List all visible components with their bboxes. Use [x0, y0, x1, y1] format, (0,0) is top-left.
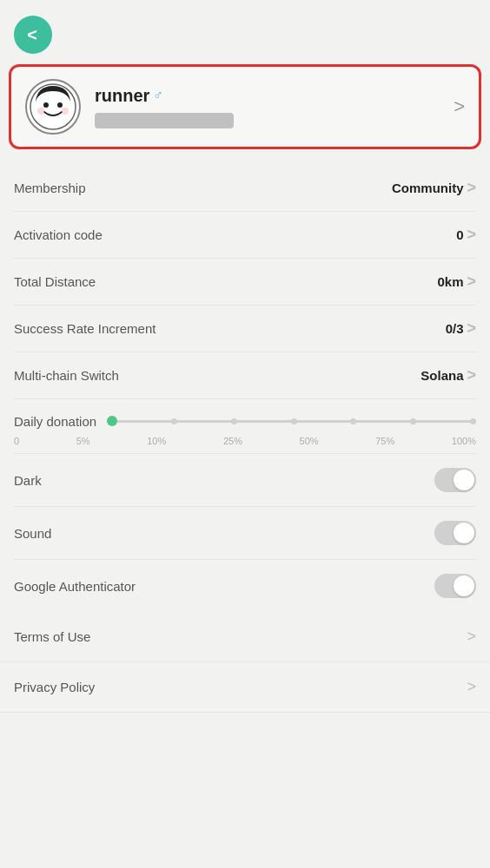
success-rate-value: 0/3 > [446, 319, 476, 338]
sound-toggle-row[interactable]: Sound [14, 507, 476, 560]
total-distance-row[interactable]: Total Distance 0km > [14, 259, 476, 306]
sound-toggle-thumb [454, 523, 474, 543]
tick-5: 75% [375, 436, 394, 446]
svg-point-2 [57, 102, 63, 108]
donation-slider-container[interactable] [107, 413, 476, 429]
slider-dot-5 [410, 418, 416, 424]
dark-toggle-thumb [454, 470, 474, 490]
profile-card[interactable]: runner ♂ > [9, 64, 481, 149]
success-rate-label: Success Rate Increment [14, 321, 156, 336]
sound-toggle[interactable] [434, 521, 476, 545]
privacy-chevron-icon: > [467, 678, 476, 696]
activation-code-row[interactable]: Activation code 0 > [14, 212, 476, 259]
svg-point-4 [62, 108, 69, 115]
dark-label: Dark [14, 473, 42, 488]
terms-row[interactable]: Terms of Use > [0, 612, 490, 662]
activation-code-label: Activation code [14, 227, 103, 242]
membership-value: Community > [392, 179, 476, 197]
profile-name: runner ♂ [95, 86, 447, 106]
dark-toggle-row[interactable]: Dark [14, 454, 476, 507]
google-auth-label: Google Authenticator [14, 579, 136, 594]
slider-dot-0 [107, 416, 117, 426]
success-rate-row[interactable]: Success Rate Increment 0/3 > [14, 306, 476, 352]
links-list: Terms of Use > Privacy Policy > [0, 612, 490, 713]
tick-0: 0 [14, 436, 19, 446]
back-button[interactable]: < [14, 16, 52, 54]
tick-3: 25% [223, 436, 242, 446]
total-distance-chevron-icon: > [467, 273, 476, 291]
profile-info: runner ♂ [95, 86, 447, 128]
tick-1: 5% [76, 436, 90, 446]
activation-code-chevron-icon: > [467, 226, 476, 244]
multichain-row[interactable]: Multi-chain Switch Solana > [14, 352, 476, 399]
multichain-chevron-icon: > [467, 366, 476, 385]
slider-dot-2 [231, 418, 237, 424]
total-distance-value: 0km > [437, 273, 476, 291]
profile-chevron-icon: > [454, 95, 465, 118]
membership-label: Membership [14, 181, 86, 195]
multichain-value: Solana > [420, 366, 476, 385]
daily-donation-label: Daily donation [14, 414, 96, 429]
slider-labels: 0 5% 10% 25% 50% 75% 100% [14, 436, 476, 446]
sound-label: Sound [14, 526, 51, 541]
donation-top: Daily donation [14, 413, 476, 429]
slider-dot-6 [470, 418, 476, 424]
profile-bar [95, 113, 234, 128]
google-auth-toggle[interactable] [434, 574, 476, 598]
privacy-label: Privacy Policy [14, 680, 95, 694]
terms-chevron-icon: > [467, 628, 476, 646]
donation-slider-track [107, 420, 476, 423]
tick-4: 50% [300, 436, 319, 446]
settings-list: Membership Community > Activation code 0… [0, 165, 490, 612]
slider-dot-3 [291, 418, 297, 424]
svg-point-1 [43, 102, 49, 108]
slider-dot-4 [350, 418, 356, 424]
daily-donation-row: Daily donation 0 5% 10% [14, 399, 476, 454]
tick-6: 100% [452, 436, 476, 446]
slider-dot-1 [171, 418, 177, 424]
activation-code-value: 0 > [456, 226, 476, 244]
gender-icon: ♂ [153, 88, 163, 103]
multichain-label: Multi-chain Switch [14, 368, 119, 383]
privacy-row[interactable]: Privacy Policy > [0, 662, 490, 713]
dark-toggle[interactable] [434, 468, 476, 492]
slider-dots [107, 416, 476, 426]
membership-row[interactable]: Membership Community > [14, 165, 476, 212]
total-distance-label: Total Distance [14, 274, 96, 289]
back-chevron-icon: < [27, 26, 37, 43]
avatar-face-icon [29, 82, 77, 131]
google-auth-toggle-thumb [454, 575, 474, 596]
svg-point-3 [37, 108, 44, 115]
avatar [25, 79, 81, 135]
membership-chevron-icon: > [467, 179, 476, 197]
success-rate-chevron-icon: > [467, 319, 476, 338]
tick-2: 10% [147, 436, 166, 446]
terms-label: Terms of Use [14, 629, 90, 644]
google-auth-row[interactable]: Google Authenticator [14, 560, 476, 612]
